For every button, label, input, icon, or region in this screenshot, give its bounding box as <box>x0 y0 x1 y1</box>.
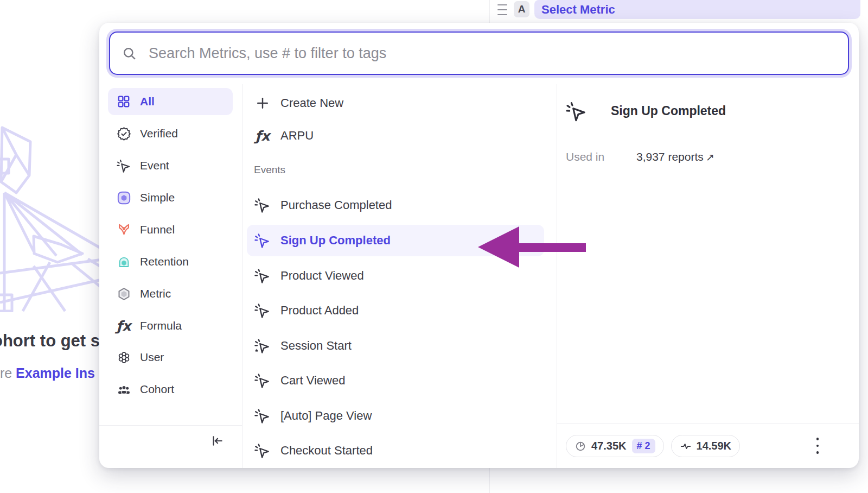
list-item-product-viewed[interactable]: Product Viewed <box>242 260 557 292</box>
kebab-menu-icon[interactable] <box>812 438 823 454</box>
event-icon <box>254 302 271 319</box>
sidebar-item-retention[interactable]: Retention <box>108 248 233 275</box>
sidebar-item-cohort[interactable]: Cohort <box>108 376 233 403</box>
category-sidebar: All Verified Event <box>99 84 242 468</box>
event-icon <box>254 267 271 285</box>
example-insights-link[interactable]: Example Ins <box>16 365 95 381</box>
list-item-sign-up-completed[interactable]: Sign Up Completed <box>242 225 557 256</box>
search-icon <box>122 46 137 61</box>
event-star-icon <box>254 337 271 355</box>
select-metric-row[interactable]: Select Metric <box>534 0 860 19</box>
list-item-checkout-started[interactable]: Checkout Started <box>242 435 557 466</box>
external-link-icon: ↗ <box>706 151 714 163</box>
app-screen: ohort to get s ore Example Ins A Select … <box>0 0 868 493</box>
simple-icon <box>116 190 131 205</box>
rank-chip: # 2 <box>632 439 655 453</box>
select-metric-label: Select Metric <box>541 3 615 17</box>
grid-icon <box>116 94 131 109</box>
event-icon <box>254 407 271 425</box>
search-box[interactable] <box>109 31 849 75</box>
sidebar-item-user[interactable]: User <box>108 344 233 371</box>
collapse-left-icon <box>210 434 224 448</box>
sidebar-item-verified[interactable]: Verified <box>108 120 233 147</box>
metric-list: Create New ƒx ARPU Events Purchase Compl… <box>242 84 557 468</box>
list-item-arpu[interactable]: ƒx ARPU <box>242 120 557 151</box>
metric-icon <box>116 286 131 301</box>
search-focus-ring <box>106 29 852 78</box>
sidebar-item-simple[interactable]: Simple <box>108 184 233 211</box>
plus-icon <box>254 94 271 112</box>
background-heading-partial: ohort to get s <box>0 331 100 351</box>
background-subtext-partial: ore Example Ins <box>0 365 95 381</box>
metric-detail-panel: Sign Up Completed Used in 3,937 reports↗… <box>557 84 859 468</box>
event-icon <box>116 158 131 173</box>
event-icon <box>254 197 271 214</box>
funnel-icon <box>116 222 131 237</box>
retention-icon <box>116 254 131 269</box>
list-item-product-added[interactable]: Product Added <box>242 295 557 326</box>
used-in-row: Used in 3,937 reports↗ <box>566 150 848 163</box>
formula-icon: ƒx <box>116 318 131 333</box>
sidebar-item-formula[interactable]: ƒx Formula <box>108 312 233 339</box>
events-section-header: Events <box>254 164 568 177</box>
drag-handle-icon[interactable] <box>497 4 507 15</box>
event-icon <box>254 372 271 389</box>
formula-icon: ƒx <box>254 127 271 144</box>
sidebar-item-all[interactable]: All <box>108 88 233 115</box>
pie-icon <box>575 440 586 452</box>
create-new-button[interactable]: Create New <box>242 87 557 119</box>
sidebar-footer <box>99 425 242 468</box>
detail-title: Sign Up Completed <box>611 104 726 118</box>
event-icon <box>254 232 271 249</box>
cohort-icon <box>116 382 131 397</box>
list-item-auto-page-view[interactable]: [Auto] Page View <box>242 400 557 432</box>
used-in-label: Used in <box>566 150 604 163</box>
series-a-badge: A <box>514 1 529 17</box>
sidebar-item-event[interactable]: Event <box>108 152 233 179</box>
list-item-purchase-completed[interactable]: Purchase Completed <box>242 189 557 221</box>
list-item-cart-viewed[interactable]: Cart Viewed <box>242 365 557 396</box>
used-in-reports-link[interactable]: 3,937 reports↗ <box>636 150 714 163</box>
report-count-badge[interactable]: 47.35K # 2 <box>566 435 664 457</box>
metric-picker-dialog: All Verified Event <box>99 23 859 468</box>
search-input[interactable] <box>149 45 848 62</box>
wireframe-illustration <box>0 111 108 312</box>
sidebar-item-funnel[interactable]: Funnel <box>108 216 233 243</box>
activity-count-badge[interactable]: 14.59K <box>671 435 741 457</box>
verified-icon <box>116 126 131 141</box>
event-icon <box>566 100 588 122</box>
sidebar-item-metric[interactable]: Metric <box>108 280 233 307</box>
list-item-session-start[interactable]: Session Start <box>242 330 557 362</box>
pulse-icon <box>680 440 692 452</box>
user-icon <box>116 350 131 365</box>
event-icon <box>254 442 271 459</box>
background-subtext-gray: ore <box>0 365 16 381</box>
collapse-sidebar-button[interactable] <box>207 431 227 451</box>
